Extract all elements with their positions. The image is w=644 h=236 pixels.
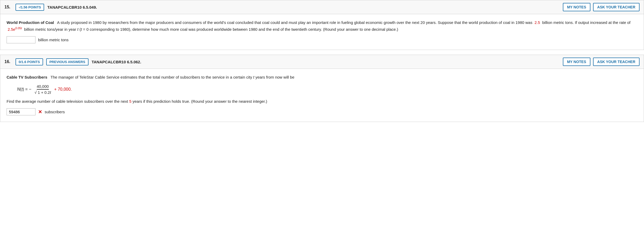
question-15-answer-input[interactable] <box>7 36 35 43</box>
question-15-number: 15. <box>4 5 12 9</box>
question-16-text: Cable TV Subscribers The manager of Tele… <box>7 74 637 80</box>
question-16-title: Cable TV Subscribers <box>7 75 47 79</box>
wrong-icon-16: ✕ <box>38 109 42 115</box>
question-15: 15. -/1.56 POINTS TANAPCALCBR10 6.5.049.… <box>0 0 644 50</box>
question-15-title: World Production of Coal <box>7 20 54 25</box>
question-15-code: TANAPCALCBR10 6.5.049. <box>47 5 560 9</box>
question-16: 16. 0/1.6 POINTS PREVIOUS ANSWERS TANAPC… <box>0 55 644 122</box>
spacer-between <box>0 50 644 55</box>
my-notes-button-16[interactable]: MY NOTES <box>563 58 590 66</box>
question-15-points[interactable]: -/1.56 POINTS <box>15 4 44 11</box>
question-16-body-before: The manager of TeleStar Cable Service es… <box>50 75 294 79</box>
question-16-code: TANAPCALCBR10 6.5.062. <box>92 60 560 64</box>
question-16-answer-row: ✕ subscribers <box>7 108 637 115</box>
question-16-number: 16. <box>4 59 12 64</box>
question-15-body-end: billion metric tons/year in year t (t = … <box>24 27 398 32</box>
my-notes-button-15[interactable]: MY NOTES <box>563 3 590 11</box>
question-15-body: World Production of Coal A study propose… <box>0 14 644 50</box>
formula-nt-label: N(t) = − <box>17 87 31 92</box>
question-16-header: 16. 0/1.6 POINTS PREVIOUS ANSWERS TANAPC… <box>0 55 644 69</box>
question-16-find-text: Find the average number of cable televis… <box>7 98 637 105</box>
ask-teacher-button-15[interactable]: ASK YOUR TEACHER <box>593 3 640 11</box>
question-16-unit: subscribers <box>45 110 65 114</box>
question-15-red2: 2.5e0.05t <box>8 27 22 32</box>
question-15-text: World Production of Coal A study propose… <box>7 19 637 33</box>
formula-plus-70000: + 70,000. <box>54 87 72 92</box>
question-15-body-before: A study proposed in 1980 by researchers … <box>57 20 532 25</box>
question-15-actions: MY NOTES ASK YOUR TEACHER <box>563 3 640 11</box>
question-15-unit: billion metric tons <box>38 38 69 42</box>
find-years: 5 <box>129 99 131 104</box>
find-text-after: years if this prediction holds true. (Ro… <box>131 99 267 104</box>
question-15-body-mid: billion metric tons. If output increased… <box>542 20 631 25</box>
question-16-body: Cable TV Subscribers The manager of Tele… <box>0 69 644 122</box>
find-text-before: Find the average number of cable televis… <box>7 99 129 104</box>
fraction-40000: 40,000 √ 1 + 0.2t <box>34 84 51 95</box>
question-16-points[interactable]: 0/1.6 POINTS <box>15 58 43 65</box>
question-15-red1: 2.5 <box>534 20 540 25</box>
question-16-answer-input[interactable] <box>7 108 35 115</box>
question-16-actions: MY NOTES ASK YOUR TEACHER <box>563 58 640 66</box>
ask-teacher-button-16[interactable]: ASK YOUR TEACHER <box>593 58 640 66</box>
prev-answers-button-16[interactable]: PREVIOUS ANSWERS <box>46 58 89 65</box>
numerator-40000: 40,000 <box>37 84 49 90</box>
denominator-sqrt: √ 1 + 0.2t <box>34 90 51 95</box>
question-15-header: 15. -/1.56 POINTS TANAPCALCBR10 6.5.049.… <box>0 0 644 14</box>
question-15-answer-row: billion metric tons <box>7 36 637 43</box>
question-16-formula: N(t) = − 40,000 √ 1 + 0.2t + 70,000. <box>17 84 637 95</box>
